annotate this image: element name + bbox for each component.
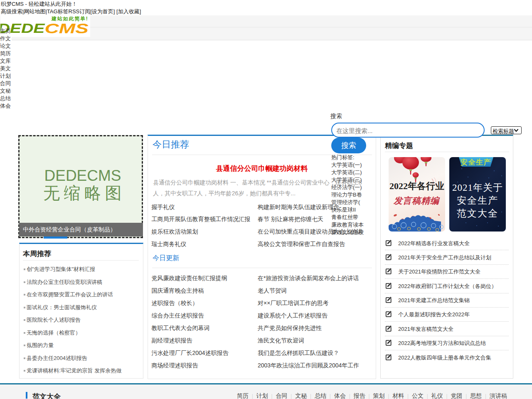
svg-text:发言稿精编: 发言稿精编	[393, 196, 440, 206]
svg-text:范文大全: 范文大全	[457, 208, 498, 219]
svg-text:CMS: CMS	[45, 21, 89, 36]
svg-text:安全生产: 安全生产	[457, 195, 498, 206]
svg-text:安全生产: 安全生产	[461, 158, 491, 166]
svg-text:2022年各行业: 2022年各行业	[389, 181, 444, 191]
svg-text:建站如此简单!: 建站如此简单!	[51, 16, 89, 22]
svg-text:2021年关于: 2021年关于	[452, 182, 503, 193]
